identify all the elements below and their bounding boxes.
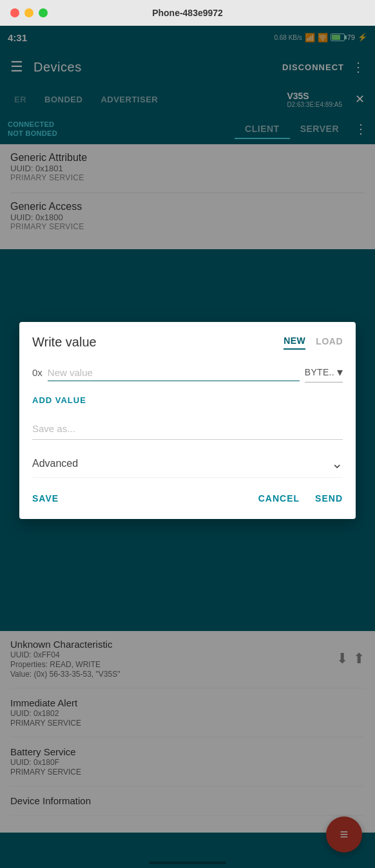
fullscreen-button[interactable] [39, 8, 48, 17]
dialog-header: Write value NEW LOAD [32, 335, 343, 350]
advanced-row[interactable]: Advanced ⌄ [32, 450, 343, 478]
advanced-label: Advanced [32, 458, 78, 469]
phone-frame: 4:31 0.68 KB/s 📶 🛜 79 ⚡ ☰ Devices DISCON… [0, 26, 375, 868]
close-button[interactable] [10, 8, 19, 17]
tab-new[interactable]: NEW [284, 335, 305, 350]
write-value-dialog: Write value NEW LOAD 0x BYTE.. ▾ ADD VAL… [19, 322, 356, 519]
add-value-button[interactable]: ADD VALUE [32, 393, 86, 408]
type-label: BYTE.. [305, 367, 334, 377]
dialog-actions: SAVE CANCEL SEND [32, 491, 343, 506]
minimize-button[interactable] [24, 8, 34, 17]
dialog-tabs: NEW LOAD [284, 335, 343, 350]
dialog-title: Write value [32, 335, 97, 350]
type-selector[interactable]: BYTE.. ▾ [305, 363, 343, 382]
value-input[interactable] [48, 364, 300, 381]
cancel-button[interactable]: CANCEL [258, 491, 300, 506]
traffic-lights [10, 8, 48, 17]
type-chevron-icon: ▾ [337, 365, 343, 379]
value-input-row: 0x BYTE.. ▾ [32, 363, 343, 382]
hex-prefix: 0x [32, 367, 43, 378]
save-as-input[interactable] [32, 418, 343, 440]
window-chrome: Phone-483e9972 [0, 0, 375, 26]
send-button[interactable]: SEND [315, 491, 343, 506]
tab-load[interactable]: LOAD [316, 336, 343, 349]
window-title: Phone-483e9972 [152, 8, 223, 18]
advanced-chevron-icon: ⌄ [331, 455, 343, 472]
save-button[interactable]: SAVE [32, 491, 59, 506]
